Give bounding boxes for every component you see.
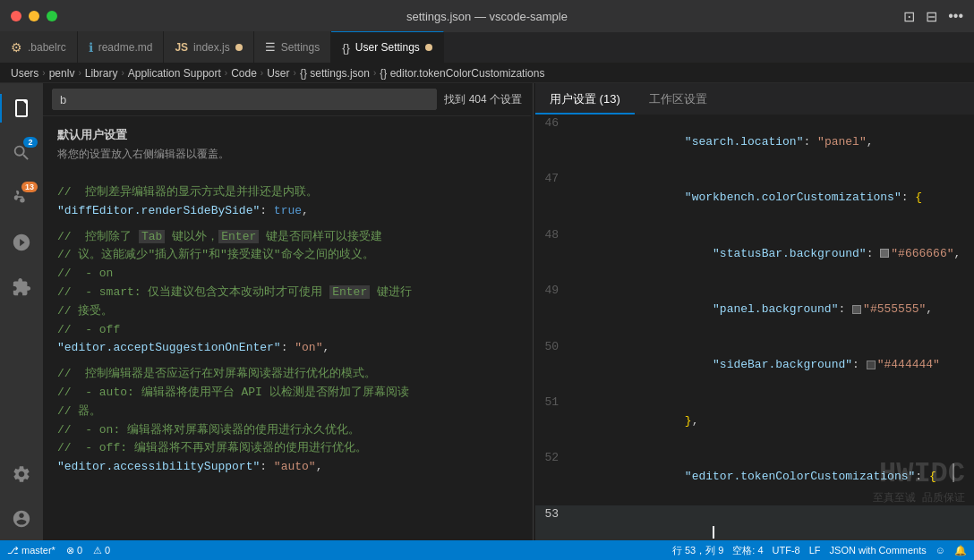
cursor-position[interactable]: 行 53，列 9 — [672, 544, 723, 557]
activity-settings[interactable] — [0, 453, 43, 496]
tab-user-settings-pane[interactable]: 用户设置 (13) — [535, 86, 635, 115]
activity-source-control[interactable]: 13 — [0, 176, 43, 219]
line-num-51: 51 — [535, 394, 573, 449]
breadcrumb-penlv[interactable]: penlv — [49, 67, 75, 80]
line-num-53: 53 — [535, 505, 573, 540]
errors-count[interactable]: ⊗ 0 — [66, 545, 82, 556]
maximize-button[interactable] — [47, 11, 57, 21]
warning-icon: ⚠ — [93, 545, 102, 556]
code-comment-12: // - off: 编辑器将不再对屏幕阅读器的使用进行优化。 — [57, 439, 517, 458]
line-num-50: 50 — [535, 338, 573, 394]
breadcrumb-appsupport[interactable]: Application Support — [128, 67, 221, 80]
minimize-button[interactable] — [29, 11, 39, 21]
language-mode[interactable]: JSON with Comments — [830, 545, 927, 556]
line-content-51: }, — [573, 394, 974, 449]
code-line-accessibility: "editor.accessibilitySupport": "auto", — [57, 458, 517, 477]
line-content-48: "statusBar.background": "#666666", — [573, 226, 974, 282]
encoding[interactable]: UTF-8 — [773, 545, 800, 556]
split-editor-icon[interactable]: ⊡ — [903, 8, 915, 25]
tab-settings-default[interactable]: ☰ Settings — [254, 31, 331, 63]
line-num-48: 48 — [535, 226, 573, 282]
bell-icon[interactable]: 🔔 — [954, 545, 967, 556]
code-line-48: 48 "statusBar.background": "#666666", — [535, 226, 974, 282]
title-bar-actions: ⊡ ⊟ ••• — [903, 8, 963, 25]
line-num-49: 49 — [535, 282, 573, 337]
breadcrumb: Users › penlv › Library › Application Su… — [0, 64, 974, 83]
activity-files[interactable] — [0, 87, 43, 130]
line-content-50: "sideBar.background": "#444444" — [573, 338, 974, 394]
tab-babelrc-label: .babelrc — [28, 41, 66, 54]
code-comment-11: // - on: 编辑器将对屏幕阅读器的使用进行永久优化。 — [57, 421, 517, 440]
breadcrumb-tokencolor[interactable]: {} editor.tokenColorCustomizations — [380, 67, 544, 80]
code-line-50: 50 "sideBar.background": "#444444" — [535, 338, 974, 394]
git-branch-icon: ⎇ — [7, 545, 19, 556]
cursor-indicator: | — [951, 455, 956, 487]
js-icon: JS — [175, 41, 188, 54]
tab-index[interactable]: JS index.js — [164, 31, 253, 63]
line-num-52: 52 — [535, 449, 573, 505]
line-num-46: 46 — [535, 115, 573, 170]
breadcrumb-sep-4: › — [225, 68, 227, 78]
git-branch[interactable]: ⎇ master* — [7, 545, 56, 556]
settings-layout: 找到 404 个设置 默认用户设置 将您的设置放入右侧编辑器以覆盖。 // 控制… — [43, 83, 974, 540]
tab-user-settings[interactable]: {} User Settings — [331, 31, 444, 63]
code-comment-1: // 控制差异编辑器的显示方式是并排还是内联。 — [57, 183, 517, 202]
tab-index-label: index.js — [193, 41, 230, 54]
errors-label: 0 — [77, 545, 82, 556]
breadcrumb-user[interactable]: User — [267, 67, 289, 80]
line-content-53 — [573, 505, 974, 540]
search-input-wrap[interactable] — [52, 89, 437, 110]
code-line-46: 46 "search.location": "panel", — [535, 115, 974, 170]
activity-accounts[interactable] — [0, 497, 43, 540]
breadcrumb-sep-1: › — [42, 68, 45, 78]
window-title: settings.json — vscode-sample — [406, 10, 568, 23]
tab-readme[interactable]: ℹ readme.md — [78, 31, 165, 63]
line-content-52: "editor.tokenColorCustomizations": { — [573, 449, 974, 505]
code-line-52: 52 "editor.tokenColorCustomizations": { — [535, 449, 974, 505]
layout-icon[interactable]: ⊟ — [926, 8, 937, 25]
breadcrumb-sep-2: › — [78, 68, 81, 78]
breadcrumb-users[interactable]: Users — [11, 67, 38, 80]
tab-readme-label: readme.md — [98, 41, 153, 54]
search-input[interactable] — [60, 93, 429, 106]
tab-user-settings-dot — [425, 44, 432, 51]
indentation[interactable]: 空格: 4 — [732, 544, 763, 557]
git-branch-label: master* — [21, 545, 56, 556]
line-ending[interactable]: LF — [809, 545, 821, 556]
breadcrumb-sep-5: › — [261, 68, 263, 78]
title-bar: settings.json — vscode-sample ⊡ ⊟ ••• — [0, 0, 974, 32]
left-pane: 找到 404 个设置 默认用户设置 将您的设置放入右侧编辑器以覆盖。 // 控制… — [43, 83, 531, 540]
activity-search[interactable]: 2 — [0, 132, 43, 174]
warnings-count[interactable]: ⚠ 0 — [93, 545, 110, 556]
code-comment-4: // - on — [57, 265, 517, 284]
readme-icon: ℹ — [89, 40, 93, 55]
left-pane-code: // 控制差异编辑器的显示方式是并排还是内联。 "diffEditor.rend… — [43, 176, 531, 477]
code-line-51: 51 }, — [535, 394, 974, 449]
line-content-49: "panel.background": "#555555", — [573, 282, 974, 337]
tab-bar: ⚙ .babelrc ℹ readme.md JS index.js ☰ Set… — [0, 32, 974, 64]
line-content-47: "workbench.colorCustomizations": { — [573, 170, 974, 225]
status-bar: ⎇ master* ⊗ 0 ⚠ 0 行 53，列 9 空格: 4 UTF-8 L… — [0, 540, 974, 560]
breadcrumb-library[interactable]: Library — [85, 67, 118, 80]
code-line-accept: "editor.acceptSuggestionOnEnter": "on", — [57, 339, 517, 358]
code-line-47: 47 "workbench.colorCustomizations": { — [535, 170, 974, 225]
code-comment-3: // 议。这能减少"插入新行"和"接受建议"命令之间的歧义。 — [57, 246, 517, 265]
left-pane-header: 默认用户设置 将您的设置放入右侧编辑器以覆盖。 — [43, 116, 531, 176]
breadcrumb-sep-6: › — [294, 68, 296, 78]
breadcrumb-code[interactable]: Code — [231, 67, 257, 80]
activity-debug[interactable] — [0, 221, 43, 264]
code-comment-9: // - auto: 编辑器将使用平台 API 以检测是否附加了屏幕阅读 — [57, 384, 517, 403]
code-line-diff: "diffEditor.renderSideBySide": true, — [57, 202, 517, 221]
tab-workspace-settings-pane[interactable]: 工作区设置 — [635, 86, 722, 115]
warnings-label: 0 — [105, 545, 110, 556]
more-icon[interactable]: ••• — [948, 8, 963, 24]
breadcrumb-settingsjson[interactable]: {} settings.json — [300, 67, 370, 80]
smiley-icon[interactable]: ☺ — [936, 545, 945, 556]
editor-area[interactable]: 46 "search.location": "panel", 47 "workb… — [535, 115, 974, 540]
traffic-lights — [11, 11, 57, 21]
tab-babelrc[interactable]: ⚙ .babelrc — [0, 31, 78, 63]
activity-extensions[interactable] — [0, 266, 43, 309]
code-line-49: 49 "panel.background": "#555555", — [535, 282, 974, 337]
right-pane-tabs: 用户设置 (13) 工作区设置 — [535, 83, 974, 115]
close-button[interactable] — [11, 11, 21, 21]
